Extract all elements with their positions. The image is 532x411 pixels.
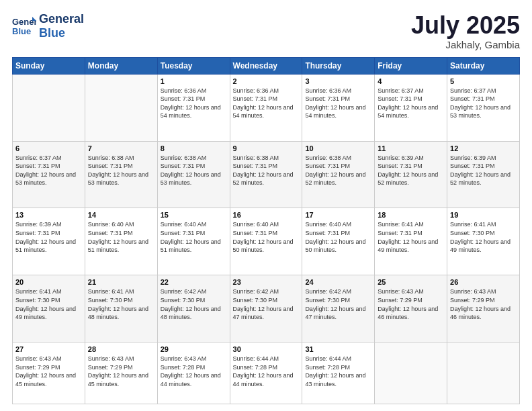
calendar-cell: 16Sunrise: 6:40 AM Sunset: 7:31 PM Dayli… (230, 208, 302, 275)
weekday-header: Tuesday (157, 57, 230, 74)
day-info: Sunrise: 6:37 AM Sunset: 7:31 PM Dayligh… (378, 87, 444, 120)
day-info: Sunrise: 6:41 AM Sunset: 7:31 PM Dayligh… (378, 220, 444, 254)
day-number: 24 (305, 278, 371, 286)
day-number: 14 (88, 211, 154, 219)
day-number: 28 (88, 345, 154, 353)
weekday-header: Friday (375, 57, 447, 74)
logo-icon: General Blue (12, 14, 36, 38)
day-info: Sunrise: 6:42 AM Sunset: 7:30 PM Dayligh… (161, 287, 227, 321)
weekday-header: Thursday (302, 57, 375, 74)
calendar-week-row: 13Sunrise: 6:39 AM Sunset: 7:31 PM Dayli… (13, 208, 520, 275)
calendar-cell: 5Sunrise: 6:37 AM Sunset: 7:31 PM Daylig… (447, 74, 520, 141)
day-info: Sunrise: 6:39 AM Sunset: 7:31 PM Dayligh… (378, 154, 444, 187)
day-number: 22 (161, 278, 227, 286)
day-number: 16 (233, 211, 300, 219)
day-info: Sunrise: 6:43 AM Sunset: 7:28 PM Dayligh… (161, 355, 227, 388)
calendar-cell: 31Sunrise: 6:44 AM Sunset: 7:28 PM Dayli… (302, 342, 375, 404)
day-number: 17 (305, 211, 371, 219)
day-number: 26 (450, 278, 517, 286)
weekday-header: Wednesday (230, 57, 302, 74)
weekday-header: Monday (85, 57, 157, 74)
calendar-cell: 13Sunrise: 6:39 AM Sunset: 7:31 PM Dayli… (13, 208, 85, 275)
calendar-cell: 7Sunrise: 6:38 AM Sunset: 7:31 PM Daylig… (85, 141, 157, 208)
calendar-cell: 30Sunrise: 6:44 AM Sunset: 7:28 PM Dayli… (230, 342, 302, 404)
calendar-cell (13, 74, 85, 141)
day-number: 10 (305, 144, 371, 152)
day-number: 15 (161, 211, 227, 219)
day-info: Sunrise: 6:43 AM Sunset: 7:29 PM Dayligh… (88, 355, 154, 388)
header: General Blue General Blue July 2025 Jakh… (12, 12, 520, 50)
month-title: July 2025 (411, 12, 520, 39)
calendar-cell: 6Sunrise: 6:37 AM Sunset: 7:31 PM Daylig… (13, 141, 85, 208)
day-info: Sunrise: 6:38 AM Sunset: 7:31 PM Dayligh… (161, 154, 227, 187)
calendar-cell (85, 74, 157, 141)
calendar-cell: 26Sunrise: 6:43 AM Sunset: 7:29 PM Dayli… (447, 275, 520, 342)
day-info: Sunrise: 6:42 AM Sunset: 7:30 PM Dayligh… (305, 287, 371, 321)
day-number: 21 (88, 278, 154, 286)
day-info: Sunrise: 6:38 AM Sunset: 7:31 PM Dayligh… (88, 154, 154, 187)
calendar-cell: 2Sunrise: 6:36 AM Sunset: 7:31 PM Daylig… (230, 74, 302, 141)
calendar-cell: 24Sunrise: 6:42 AM Sunset: 7:30 PM Dayli… (302, 275, 375, 342)
day-info: Sunrise: 6:36 AM Sunset: 7:31 PM Dayligh… (305, 87, 371, 120)
weekday-header-row: SundayMondayTuesdayWednesdayThursdayFrid… (13, 57, 520, 74)
day-number: 5 (450, 77, 517, 85)
day-number: 20 (15, 278, 82, 286)
day-info: Sunrise: 6:44 AM Sunset: 7:28 PM Dayligh… (305, 355, 371, 388)
calendar-cell: 23Sunrise: 6:42 AM Sunset: 7:30 PM Dayli… (230, 275, 302, 342)
calendar-cell: 9Sunrise: 6:38 AM Sunset: 7:31 PM Daylig… (230, 141, 302, 208)
calendar-cell: 3Sunrise: 6:36 AM Sunset: 7:31 PM Daylig… (302, 74, 375, 141)
calendar-cell: 17Sunrise: 6:40 AM Sunset: 7:31 PM Dayli… (302, 208, 375, 275)
day-info: Sunrise: 6:36 AM Sunset: 7:31 PM Dayligh… (161, 87, 227, 120)
calendar-cell: 12Sunrise: 6:39 AM Sunset: 7:31 PM Dayli… (447, 141, 520, 208)
day-info: Sunrise: 6:37 AM Sunset: 7:31 PM Dayligh… (15, 154, 82, 187)
calendar-cell: 15Sunrise: 6:40 AM Sunset: 7:31 PM Dayli… (157, 208, 230, 275)
calendar-cell: 10Sunrise: 6:38 AM Sunset: 7:31 PM Dayli… (302, 141, 375, 208)
day-info: Sunrise: 6:38 AM Sunset: 7:31 PM Dayligh… (233, 154, 300, 187)
day-number: 7 (88, 144, 154, 152)
day-number: 9 (233, 144, 300, 152)
day-info: Sunrise: 6:38 AM Sunset: 7:31 PM Dayligh… (305, 154, 371, 187)
location: Jakhaly, Gambia (411, 39, 520, 50)
calendar-table: SundayMondayTuesdayWednesdayThursdayFrid… (12, 57, 520, 404)
title-block: July 2025 Jakhaly, Gambia (411, 12, 520, 50)
calendar-cell: 28Sunrise: 6:43 AM Sunset: 7:29 PM Dayli… (85, 342, 157, 404)
day-number: 31 (305, 345, 371, 353)
day-number: 27 (15, 345, 82, 353)
page: General Blue General Blue July 2025 Jakh… (0, 0, 532, 411)
calendar-cell: 22Sunrise: 6:42 AM Sunset: 7:30 PM Dayli… (157, 275, 230, 342)
day-number: 23 (233, 278, 300, 286)
calendar-cell: 8Sunrise: 6:38 AM Sunset: 7:31 PM Daylig… (157, 141, 230, 208)
day-number: 1 (161, 77, 227, 85)
day-number: 3 (305, 77, 371, 85)
day-info: Sunrise: 6:40 AM Sunset: 7:31 PM Dayligh… (88, 220, 154, 254)
calendar-week-row: 6Sunrise: 6:37 AM Sunset: 7:31 PM Daylig… (13, 141, 520, 208)
calendar-week-row: 1Sunrise: 6:36 AM Sunset: 7:31 PM Daylig… (13, 74, 520, 141)
day-number: 19 (450, 211, 517, 219)
weekday-header: Saturday (447, 57, 520, 74)
day-info: Sunrise: 6:37 AM Sunset: 7:31 PM Dayligh… (450, 87, 517, 120)
calendar-cell: 19Sunrise: 6:41 AM Sunset: 7:30 PM Dayli… (447, 208, 520, 275)
day-number: 8 (161, 144, 227, 152)
calendar-cell: 4Sunrise: 6:37 AM Sunset: 7:31 PM Daylig… (375, 74, 447, 141)
day-info: Sunrise: 6:40 AM Sunset: 7:31 PM Dayligh… (233, 220, 300, 254)
calendar-cell: 25Sunrise: 6:43 AM Sunset: 7:29 PM Dayli… (375, 275, 447, 342)
logo-line2: Blue (39, 26, 84, 40)
calendar-cell: 1Sunrise: 6:36 AM Sunset: 7:31 PM Daylig… (157, 74, 230, 141)
calendar-week-row: 27Sunrise: 6:43 AM Sunset: 7:29 PM Dayli… (13, 342, 520, 404)
calendar-cell: 29Sunrise: 6:43 AM Sunset: 7:28 PM Dayli… (157, 342, 230, 404)
calendar-cell (447, 342, 520, 404)
day-info: Sunrise: 6:40 AM Sunset: 7:31 PM Dayligh… (161, 220, 227, 254)
day-info: Sunrise: 6:39 AM Sunset: 7:31 PM Dayligh… (450, 154, 517, 187)
day-info: Sunrise: 6:43 AM Sunset: 7:29 PM Dayligh… (378, 287, 444, 321)
calendar-cell: 14Sunrise: 6:40 AM Sunset: 7:31 PM Dayli… (85, 208, 157, 275)
day-info: Sunrise: 6:39 AM Sunset: 7:31 PM Dayligh… (15, 220, 82, 254)
day-info: Sunrise: 6:41 AM Sunset: 7:30 PM Dayligh… (88, 287, 154, 321)
day-info: Sunrise: 6:36 AM Sunset: 7:31 PM Dayligh… (233, 87, 300, 120)
logo-line1: General (39, 12, 84, 26)
day-number: 11 (378, 144, 444, 152)
day-info: Sunrise: 6:42 AM Sunset: 7:30 PM Dayligh… (233, 287, 300, 321)
day-info: Sunrise: 6:41 AM Sunset: 7:30 PM Dayligh… (15, 287, 82, 321)
day-info: Sunrise: 6:40 AM Sunset: 7:31 PM Dayligh… (305, 220, 371, 254)
svg-text:Blue: Blue (12, 26, 31, 36)
day-info: Sunrise: 6:41 AM Sunset: 7:30 PM Dayligh… (450, 220, 517, 254)
